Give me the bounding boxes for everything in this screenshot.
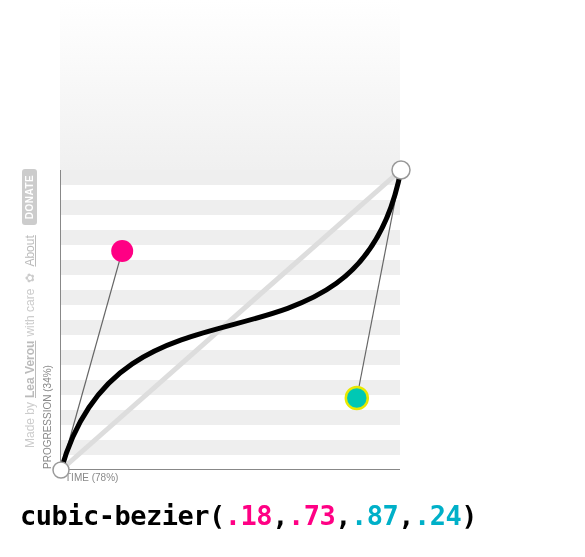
p2-handle[interactable] [346,387,368,409]
p1-handle[interactable] [111,240,133,262]
endpoint-start [53,462,69,478]
x-axis-label: TIME (78%) [65,472,118,483]
p2y-value: .24 [414,500,461,531]
credits-strip: Made by Lea Verou with care ✿ About DONA… [4,0,32,460]
bezier-formula[interactable]: cubic-bezier(.18,.73,.87,.24) [20,500,477,531]
bezier-svg [61,170,401,470]
p1y-value: .73 [288,500,335,531]
about-link[interactable]: About [23,235,37,266]
credits-prefix: Made by [23,402,37,448]
fn-name: cubic-bezier [20,500,209,531]
credits-suffix: with care [23,289,37,337]
endpoint-end [392,161,410,179]
bezier-editor: PROGRESSION (34%) TIME (78%) [60,0,400,500]
overshoot-area [60,0,400,170]
paren-open: ( [209,500,225,531]
gear-icon: ✿ [23,273,37,283]
paren-close: ) [461,500,477,531]
p1x-value: .18 [225,500,272,531]
coordinate-plane[interactable]: PROGRESSION (34%) TIME (78%) [60,170,400,470]
p2x-value: .87 [351,500,398,531]
credits-author-link[interactable]: Lea Verou [23,341,37,398]
y-axis-label: PROGRESSION (34%) [42,365,53,469]
linear-baseline [61,170,401,470]
donate-button[interactable]: DONATE [22,169,37,225]
